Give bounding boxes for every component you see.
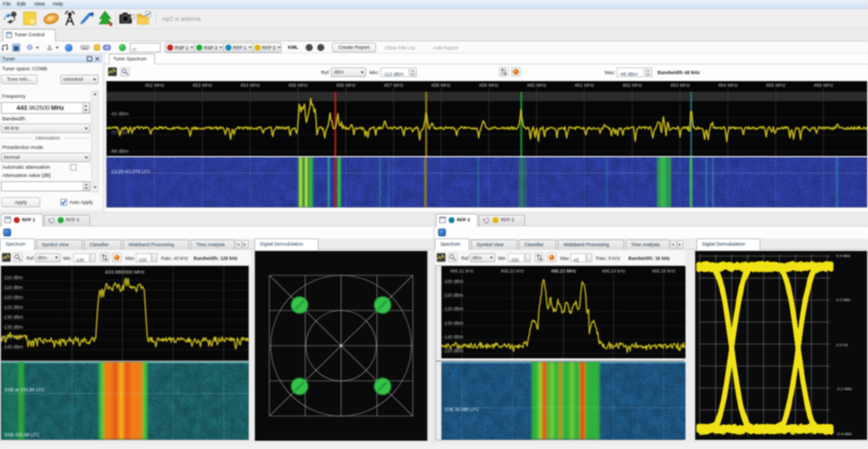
svg-text:0.4 kBd: 0.4 kBd bbox=[836, 253, 850, 258]
svg-text:456 MHz: 456 MHz bbox=[336, 82, 356, 88]
svg-text:-120 dBm: -120 dBm bbox=[443, 306, 463, 312]
svg-text:433.980000 MHz: 433.980000 MHz bbox=[105, 269, 145, 275]
svg-text:SSB at 433,96 LFC: SSB at 433,96 LFC bbox=[4, 387, 45, 392]
svg-text:0.2 kBd: 0.2 kBd bbox=[836, 297, 850, 302]
svg-text:13,20-43,070 LFC: 13,20-43,070 LFC bbox=[111, 169, 151, 174]
svg-text:D38.30.680 LFC: D38.30.680 LFC bbox=[445, 407, 479, 412]
svg-text:466.22 kHz: 466.22 kHz bbox=[501, 268, 524, 274]
svg-text:466 MHz: 466 MHz bbox=[814, 82, 834, 88]
svg-text:-100 dBm: -100 dBm bbox=[443, 279, 463, 284]
svg-text:454 MHz: 454 MHz bbox=[240, 82, 261, 88]
svg-text:465 MHz: 465 MHz bbox=[766, 82, 786, 88]
svg-text:-125 dBm: -125 dBm bbox=[3, 304, 23, 310]
svg-text:-135 dBm: -135 dBm bbox=[3, 324, 23, 330]
svg-text:457 MHz: 457 MHz bbox=[384, 82, 404, 88]
svg-text:455 MHz: 455 MHz bbox=[288, 82, 308, 88]
svg-text:-110 dBm: -110 dBm bbox=[443, 292, 463, 298]
svg-text:-140 dBm: -140 dBm bbox=[443, 334, 463, 340]
svg-text:-98 dBm: -98 dBm bbox=[110, 148, 129, 154]
svg-text:-120 dBm: -120 dBm bbox=[3, 295, 23, 300]
svg-text:466.23 MHz: 466.23 MHz bbox=[551, 268, 576, 274]
svg-text:-0.4 kBd: -0.4 kBd bbox=[836, 431, 852, 436]
svg-text:466.21 kHz: 466.21 kHz bbox=[450, 268, 474, 274]
svg-text:466.24 kHz: 466.24 kHz bbox=[602, 268, 626, 274]
svg-text:-130 dBm: -130 dBm bbox=[443, 320, 463, 326]
svg-text:452 MHz: 452 MHz bbox=[145, 82, 165, 88]
svg-text:SSB 433,98 LFC: SSB 433,98 LFC bbox=[4, 432, 40, 437]
svg-text:460 MHz: 460 MHz bbox=[527, 82, 547, 88]
svg-text:-130 dBm: -130 dBm bbox=[3, 314, 23, 320]
svg-text:463 MHz: 463 MHz bbox=[670, 82, 690, 88]
svg-text:-0.2 kBd: -0.2 kBd bbox=[836, 386, 852, 391]
svg-text:466.25 kHz: 466.25 kHz bbox=[652, 268, 676, 274]
svg-text:459 MHz: 459 MHz bbox=[479, 82, 499, 88]
svg-text:464 MHz: 464 MHz bbox=[718, 82, 738, 88]
svg-text:-145 dBm: -145 dBm bbox=[3, 344, 23, 350]
svg-text:462 MHz: 462 MHz bbox=[622, 82, 643, 88]
svg-text:-115 dBm: -115 dBm bbox=[3, 285, 23, 290]
svg-text:458 MHz: 458 MHz bbox=[431, 82, 451, 88]
svg-text:453 MHz: 453 MHz bbox=[192, 82, 213, 88]
svg-text:-110 dBm: -110 dBm bbox=[3, 275, 23, 280]
svg-text:-42 dBm: -42 dBm bbox=[110, 111, 129, 117]
svg-text:461 MHz: 461 MHz bbox=[574, 82, 595, 88]
svg-text:GO: GO bbox=[82, 47, 88, 50]
svg-text:0.0 Hz: 0.0 Hz bbox=[836, 342, 848, 347]
